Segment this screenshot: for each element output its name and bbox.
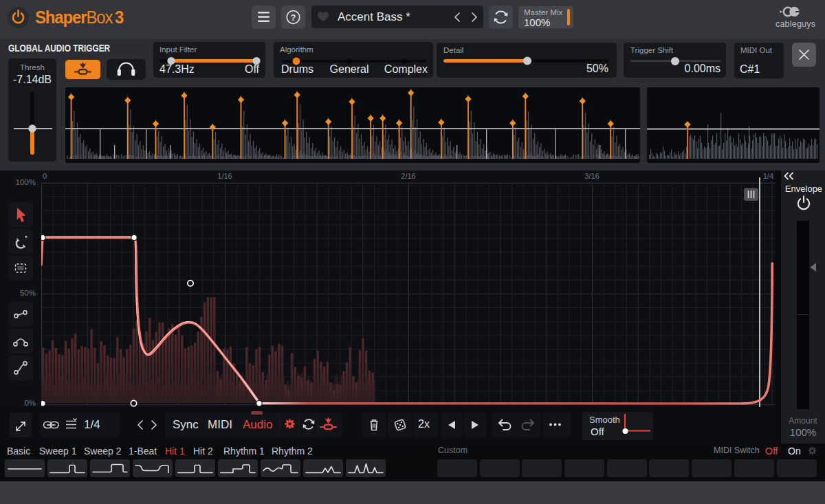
svg-text:Envelope: Envelope [785,184,822,194]
svg-text:0: 0 [43,172,47,180]
svg-text:?: ? [291,12,296,23]
svg-text:1/4: 1/4 [763,172,773,180]
svg-text:2/16: 2/16 [401,172,415,180]
svg-text:3/16: 3/16 [584,172,599,180]
svg-text:1/16: 1/16 [217,172,232,180]
